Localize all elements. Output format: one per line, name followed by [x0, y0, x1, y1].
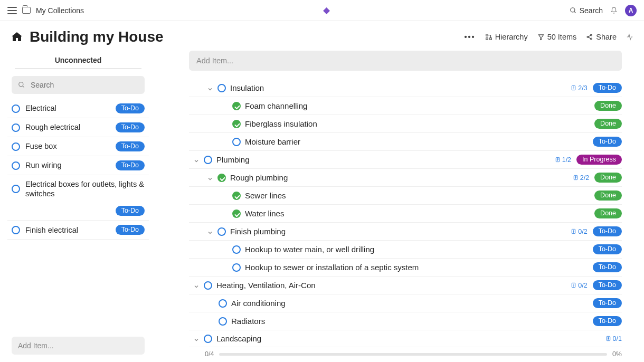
- tree-row[interactable]: Moisture barrierTo-Do: [189, 133, 622, 151]
- status-badge[interactable]: To-Do: [593, 316, 622, 326]
- check-circle[interactable]: [12, 123, 20, 132]
- list-item[interactable]: Electrical To-Do: [7, 99, 149, 118]
- check-circle[interactable]: [12, 161, 20, 170]
- check-circle[interactable]: [219, 317, 227, 326]
- chevron-down-icon[interactable]: [193, 336, 200, 342]
- share-icon: [586, 33, 593, 41]
- check-circle[interactable]: [232, 102, 241, 110]
- tree-row[interactable]: Hookup to water main, or well drillingTo…: [189, 241, 622, 259]
- status-badge[interactable]: Done: [594, 119, 622, 129]
- status-badge[interactable]: To-Do: [116, 103, 145, 113]
- status-badge[interactable]: To-Do: [593, 137, 622, 147]
- view-hierarchy[interactable]: Hierarchy: [485, 33, 528, 41]
- chevron-down-icon[interactable]: [207, 85, 213, 91]
- list-item[interactable]: Finish electrical To-Do: [7, 221, 149, 240]
- tree-row[interactable]: Heating, Ventilation, Air-Con0/2To-Do: [189, 277, 622, 294]
- sidebar-add-item[interactable]: Add Item...: [12, 337, 145, 355]
- tree-row[interactable]: Water linesDone: [189, 205, 622, 223]
- avatar[interactable]: A: [625, 5, 637, 16]
- status-badge[interactable]: Done: [594, 101, 622, 111]
- tree-row[interactable]: Sewer linesDone: [189, 187, 622, 205]
- status-badge[interactable]: To-Do: [593, 280, 622, 290]
- progress-bar[interactable]: [219, 353, 607, 356]
- status-badge[interactable]: To-Do: [116, 160, 145, 170]
- tree-row[interactable]: Hookup to sewer or installation of a sep…: [189, 259, 622, 277]
- status-badge[interactable]: To-Do: [593, 83, 622, 93]
- status-badge[interactable]: In Progress: [576, 155, 622, 165]
- tree-row-label: Foam channelling: [245, 101, 590, 110]
- bell-icon[interactable]: [610, 7, 618, 14]
- svg-line-1: [574, 11, 575, 13]
- activity-icon[interactable]: [626, 33, 633, 41]
- check-circle[interactable]: [204, 281, 212, 290]
- tree-row[interactable]: RadiatorsTo-Do: [189, 312, 622, 330]
- list-item[interactable]: Fuse box To-Do: [7, 137, 149, 156]
- check-circle[interactable]: [12, 185, 20, 193]
- status-badge[interactable]: To-Do: [116, 206, 145, 216]
- share-button[interactable]: Share: [586, 33, 617, 41]
- chevron-down-icon[interactable]: [193, 157, 200, 163]
- status-badge[interactable]: To-Do: [593, 226, 622, 236]
- status-badge[interactable]: Done: [594, 173, 622, 183]
- chevron-down-icon[interactable]: [207, 175, 213, 181]
- check-circle[interactable]: [12, 226, 20, 234]
- check-circle[interactable]: [12, 142, 20, 151]
- main-add-item[interactable]: Add Item...: [189, 51, 622, 71]
- menu-icon[interactable]: [7, 7, 17, 14]
- collections-label[interactable]: My Collections: [36, 6, 84, 15]
- tree-row[interactable]: Rough plumbing2/2Done: [189, 169, 622, 187]
- status-badge[interactable]: To-Do: [593, 298, 622, 308]
- status-badge[interactable]: To-Do: [593, 244, 622, 254]
- subtask-count[interactable]: 2/2: [573, 174, 589, 182]
- check-circle[interactable]: [217, 227, 226, 236]
- tree-row[interactable]: Air conditioningTo-Do: [189, 294, 622, 312]
- tree-row[interactable]: Finish plumbing0/2To-Do: [189, 223, 622, 241]
- filter-icon: [537, 33, 545, 41]
- search-icon: [18, 81, 25, 89]
- svg-line-8: [589, 35, 591, 36]
- list-item[interactable]: Rough electrical To-Do: [7, 118, 149, 137]
- subtask-count[interactable]: 2/3: [571, 84, 587, 92]
- sidebar-search[interactable]: [12, 76, 145, 94]
- chevron-down-icon[interactable]: [193, 282, 200, 289]
- check-circle[interactable]: [204, 156, 212, 164]
- tree-row[interactable]: Foam channellingDone: [189, 97, 622, 115]
- status-badge[interactable]: To-Do: [116, 141, 145, 151]
- check-circle[interactable]: [232, 138, 241, 146]
- tree-row[interactable]: Insulation2/3To-Do: [189, 79, 622, 97]
- chevron-down-icon[interactable]: [207, 228, 213, 235]
- list-item-status: To-Do: [7, 203, 149, 221]
- check-circle[interactable]: [232, 263, 241, 272]
- list-item-label: Rough electrical: [25, 122, 110, 132]
- more-icon[interactable]: •••: [464, 33, 475, 41]
- check-circle[interactable]: [232, 245, 241, 254]
- sidebar-search-input[interactable]: [30, 80, 138, 90]
- check-circle[interactable]: [232, 192, 241, 200]
- app-logo-icon[interactable]: ◆: [323, 5, 330, 16]
- check-circle[interactable]: [217, 174, 226, 182]
- status-badge[interactable]: Done: [594, 190, 622, 201]
- check-circle[interactable]: [232, 209, 241, 218]
- filter-items[interactable]: 50 Items: [537, 33, 577, 41]
- list-item[interactable]: Run wiring To-Do: [7, 156, 149, 175]
- sidebar-tab-unconnected[interactable]: Unconnected: [4, 51, 152, 69]
- tree-row[interactable]: Fiberglass insulationDone: [189, 115, 622, 133]
- tree-row[interactable]: Plumbing1/2In Progress: [189, 151, 622, 169]
- status-badge[interactable]: To-Do: [116, 225, 145, 235]
- check-circle[interactable]: [217, 84, 226, 92]
- check-circle[interactable]: [219, 299, 227, 308]
- subtask-count[interactable]: 0/2: [571, 282, 587, 289]
- check-circle[interactable]: [204, 335, 212, 343]
- status-badge[interactable]: Done: [594, 208, 622, 218]
- global-search[interactable]: Search: [570, 6, 603, 15]
- subtask-count[interactable]: 0/1: [605, 335, 622, 342]
- status-badge[interactable]: To-Do: [116, 122, 145, 132]
- list-item[interactable]: Electrical boxes for outlets, lights & s…: [7, 175, 149, 203]
- status-badge[interactable]: To-Do: [593, 262, 622, 272]
- subtask-count[interactable]: 1/2: [555, 156, 571, 164]
- svg-point-0: [570, 7, 574, 12]
- check-circle[interactable]: [232, 120, 241, 128]
- tree-row[interactable]: Landscaping0/1: [189, 330, 622, 347]
- subtask-count[interactable]: 0/2: [571, 228, 587, 235]
- check-circle[interactable]: [12, 104, 20, 113]
